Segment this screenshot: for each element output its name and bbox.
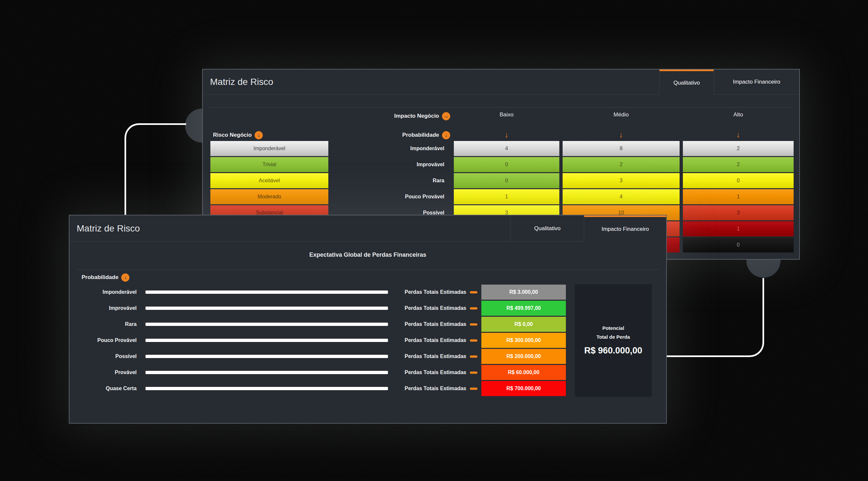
page-title: Matriz de Risco [210, 69, 273, 94]
loss-label: Perdas Totais Estimadas [405, 305, 466, 311]
dash-icon [470, 371, 477, 374]
estimated-loss-value[interactable]: R$ 300.000,00 [482, 333, 566, 348]
loss-label: Perdas Totais Estimadas [405, 369, 466, 375]
dash-icon [470, 388, 477, 390]
risk-matrix-financial-panel: Matriz de Risco Qualitativo Impacto Fina… [69, 215, 667, 424]
matrix-cell[interactable]: 3 [683, 205, 794, 220]
estimated-loss-value[interactable]: R$ 60.000,00 [482, 365, 566, 380]
arrow-right-circle-icon [442, 112, 450, 120]
total-label-line1: Potencial [602, 325, 624, 331]
matrix-cell[interactable]: 1 [454, 189, 559, 204]
impact-header-label: Impacto Negócio [394, 113, 439, 119]
estimated-loss-value[interactable]: R$ 200.000,00 [482, 349, 566, 364]
probability-axis-label: Probabilidade [82, 274, 118, 281]
arrow-down-icon [563, 130, 680, 139]
loss-label-group: Perdas Totais Estimadas [348, 349, 477, 364]
total-label-line2: Total de Perda [596, 334, 630, 340]
matrix-cell[interactable]: 4 [563, 189, 680, 204]
impact-header-group: Impacto Negócio [203, 112, 450, 121]
probability-axis-group: Probabilidade [203, 130, 450, 140]
probability-row-label: Rara [69, 317, 137, 332]
axis-header-row: Risco Negócio Probabilidade [203, 130, 799, 140]
estimated-loss-value[interactable]: R$ 700.000,00 [482, 381, 566, 396]
column-header-baixo: Baixo [454, 112, 559, 118]
arrow-down-icon [683, 130, 794, 139]
matrix-cell[interactable]: 1 [683, 221, 794, 236]
matrix-cell[interactable]: 1 [683, 189, 794, 204]
estimated-loss-value[interactable]: R$ 499.997,00 [482, 301, 566, 316]
matrix-row: AceitávelRara030 [203, 173, 799, 188]
loss-label: Perdas Totais Estimadas [405, 337, 466, 343]
matrix-cell[interactable]: 8 [563, 141, 680, 156]
divider [209, 107, 793, 108]
matrix-row: ImponderávelImponderável482 [203, 141, 799, 156]
dash-icon [470, 355, 477, 358]
tab-bar: Qualitativo Impacto Financeiro [659, 69, 799, 95]
matrix-cell[interactable]: 2 [563, 157, 680, 172]
probability-row-label: Imponderável [69, 284, 137, 300]
matrix-cell[interactable]: 0 [683, 173, 794, 188]
loss-label-group: Perdas Totais Estimadas [348, 317, 477, 332]
probability-axis-label: Probabilidade [402, 132, 439, 138]
matrix-cell[interactable]: 0 [454, 157, 559, 172]
matrix-cell[interactable]: 3 [563, 173, 680, 188]
probability-row-label: Pouco Provável [203, 189, 444, 204]
arrow-down-circle-icon [121, 273, 129, 282]
estimated-loss-value[interactable]: R$ 0,00 [482, 317, 566, 332]
panel-header: Matriz de Risco Qualitativo Impacto Fina… [203, 69, 799, 95]
matrix-cell[interactable]: 2 [683, 157, 794, 172]
dash-icon [470, 323, 477, 326]
probability-axis-group: Probabilidade [82, 273, 129, 282]
tab-bar: Qualitativo Impacto Financeiro [510, 215, 666, 242]
probability-row-label: Pouco Provável [69, 333, 137, 348]
loss-label-group: Perdas Totais Estimadas [348, 381, 477, 396]
probability-row-label: Rara [203, 173, 444, 188]
matrix-cell[interactable]: 2 [683, 141, 794, 156]
probability-row-label: Improvável [203, 157, 444, 172]
dash-icon [470, 339, 477, 342]
total-amount: R$ 960.000,00 [584, 345, 642, 356]
page-title: Matriz de Risco [77, 215, 140, 241]
loss-label: Perdas Totais Estimadas [405, 354, 466, 359]
loss-label-group: Perdas Totais Estimadas [348, 365, 477, 380]
column-header-alto: Alto [683, 112, 794, 118]
section-subtitle: Expectativa Global de Perdas Financeiras [69, 251, 666, 259]
loss-label: Perdas Totais Estimadas [405, 386, 466, 391]
dashboard-canvas: Matriz de Risco Qualitativo Impacto Fina… [0, 0, 868, 481]
tab-qualitativo[interactable]: Qualitativo [659, 69, 714, 95]
matrix-cell[interactable]: 4 [454, 141, 559, 156]
probability-row-label: Quase Certa [69, 381, 137, 396]
probability-row-label: Possível [69, 349, 137, 364]
potential-total-loss-card: Potencial Total de Perda R$ 960.000,00 [575, 284, 652, 397]
column-header-medio: Médio [563, 112, 680, 118]
dash-icon [470, 291, 477, 294]
connector-line-left [125, 123, 186, 215]
loss-label: Perdas Totais Estimadas [405, 321, 466, 327]
connector-line-right [667, 278, 764, 357]
divider [77, 270, 659, 270]
tab-impacto-financeiro[interactable]: Impacto Financeiro [584, 215, 666, 242]
tab-impacto-financeiro[interactable]: Impacto Financeiro [714, 69, 799, 95]
loss-label-group: Perdas Totais Estimadas [348, 333, 477, 348]
arrow-down-icon [454, 130, 559, 139]
matrix-cell[interactable]: 0 [454, 173, 559, 188]
dash-icon [470, 307, 477, 309]
probability-row-label: Provável [69, 365, 137, 380]
estimated-loss-value[interactable]: R$ 3.000,00 [482, 284, 566, 300]
probability-row-label: Imponderável [203, 141, 444, 156]
loss-label: Perdas Totais Estimadas [405, 289, 466, 295]
tab-qualitativo[interactable]: Qualitativo [510, 215, 584, 242]
impact-header-row: Impacto Negócio Baixo Médio Alto [203, 112, 799, 121]
panel-header: Matriz de Risco Qualitativo Impacto Fina… [69, 215, 666, 242]
loss-label-group: Perdas Totais Estimadas [348, 301, 477, 316]
matrix-row: ModeradoPouco Provável141 [203, 189, 799, 204]
matrix-row: TrivialImprovável022 [203, 157, 799, 172]
matrix-cell[interactable]: 0 [683, 237, 794, 252]
arrow-down-circle-icon [442, 131, 450, 139]
loss-label-group: Perdas Totais Estimadas [348, 284, 477, 300]
probability-row-label: Improvável [69, 301, 137, 316]
